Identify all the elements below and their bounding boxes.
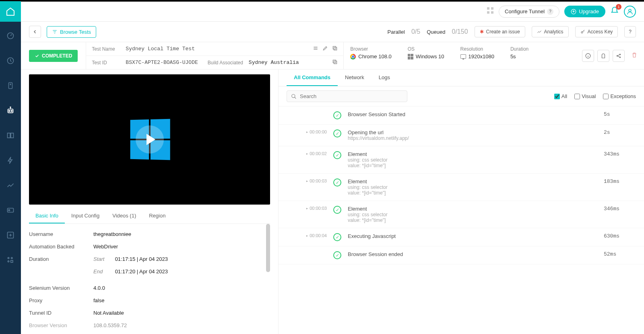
access-key-button[interactable]: Access Key <box>575 26 618 37</box>
svg-rect-8 <box>9 83 12 89</box>
command-body: Browser Session Started <box>348 111 597 117</box>
tab-all-commands[interactable]: All Commands <box>287 70 338 86</box>
svg-point-11 <box>11 111 12 112</box>
command-row[interactable]: ▸ 00:00:03 ✓ Elementusing: css selectorv… <box>279 174 644 201</box>
tab-basic-info[interactable]: Basic Info <box>29 209 65 223</box>
sidebar-item-integrations[interactable] <box>4 204 17 216</box>
test-name-label: Test Name <box>92 46 120 52</box>
toolbar: Browse Tests Parallel 0/5 Queued 0/150 ✱… <box>21 22 644 42</box>
search-input[interactable] <box>300 93 403 99</box>
user-avatar[interactable] <box>624 6 636 18</box>
brver-key: Browser Version <box>29 322 93 328</box>
clock-icon <box>6 57 14 65</box>
command-row[interactable]: ✓ Browser Session Started 5s <box>279 107 644 125</box>
analytics-button[interactable]: Analytics <box>532 26 569 37</box>
command-body: Elementusing: css selectorvalue: *[id="t… <box>348 151 597 168</box>
command-time: ▸ 00:00:00 <box>287 129 327 134</box>
edit-icon[interactable] <box>322 45 328 52</box>
end-val: 01:17:20 | Apr 04 2023 <box>115 268 168 275</box>
svg-point-28 <box>617 55 617 56</box>
command-body: Elementusing: css selectorvalue: *[id="t… <box>348 206 597 223</box>
command-duration: 52ms <box>604 251 636 257</box>
analytics-icon <box>537 29 542 34</box>
queued-value: 0/150 <box>452 28 468 35</box>
svg-point-31 <box>292 94 295 97</box>
duration-label: Duration <box>510 46 528 52</box>
scrollbar[interactable] <box>266 224 270 272</box>
command-duration: 2s <box>604 129 636 135</box>
analytics-label: Analytics <box>544 29 564 35</box>
start-val: 01:17:15 | Apr 04 2023 <box>115 256 168 262</box>
tab-input-config[interactable]: Input Config <box>65 209 106 223</box>
bookmark-button[interactable] <box>597 50 609 62</box>
logo-icon <box>6 7 15 16</box>
logo[interactable] <box>0 1 21 22</box>
copy-icon[interactable] <box>332 45 338 52</box>
sidebar-item-automation[interactable] <box>4 105 17 117</box>
filter-all[interactable]: All <box>554 93 567 99</box>
share-button[interactable] <box>613 50 625 62</box>
duration-key: Duration <box>29 256 93 262</box>
search-box[interactable] <box>287 90 407 102</box>
resolution-label: Resolution <box>460 46 494 52</box>
sidebar-item-lightning[interactable] <box>4 154 17 166</box>
success-icon: ✓ <box>333 151 341 159</box>
browse-tests-button[interactable]: Browse Tests <box>47 26 96 38</box>
filter-exceptions[interactable]: Exceptions <box>603 93 636 99</box>
sidebar-item-more[interactable] <box>4 254 17 266</box>
help-button[interactable]: ? <box>624 26 636 37</box>
chevron-left-icon <box>33 29 37 34</box>
command-time: ▸ 00:00:04 <box>287 233 327 238</box>
bolt-icon <box>6 156 14 164</box>
command-row[interactable]: ▸ 00:00:00 ✓ Opening the urlhttps://virt… <box>279 125 644 146</box>
tab-region[interactable]: Region <box>142 209 172 223</box>
sidebar-item-add[interactable] <box>4 229 17 241</box>
svg-rect-2 <box>487 11 489 14</box>
info-button[interactable] <box>582 50 594 62</box>
command-row[interactable]: ▸ 00:00:03 ✓ Elementusing: css selectorv… <box>279 201 644 228</box>
sidebar-item-compare[interactable] <box>4 129 17 141</box>
resolution-value: 1920x1080 <box>469 53 494 59</box>
upgrade-button[interactable]: Upgrade <box>564 6 605 17</box>
sidebar-item-analytics[interactable] <box>4 179 17 191</box>
sidebar-item-device[interactable] <box>4 80 17 92</box>
command-row[interactable]: ▸ 00:00:04 ✓ Executing Javascript 630ms <box>279 228 644 246</box>
tab-videos[interactable]: Videos (1) <box>106 209 142 223</box>
command-row[interactable]: ✓ Browser Session ended 52ms <box>279 246 644 264</box>
env-grid: Browser Chrome 108.0 OS Windows 10 Resol… <box>344 42 644 69</box>
command-time: ▸ 00:00:02 <box>287 151 327 156</box>
create-issue-button[interactable]: ✱ Create an issue <box>475 26 525 37</box>
video-player[interactable] <box>29 74 270 205</box>
status-badge: COMPLETED <box>29 50 78 62</box>
filter-visual[interactable]: Visual <box>574 93 596 99</box>
notifications-button[interactable]: 1 <box>610 6 619 17</box>
start-label: Start <box>93 256 114 262</box>
split-icon <box>6 131 14 139</box>
queued-label: Queued <box>427 29 445 35</box>
command-row[interactable]: ▸ 00:00:02 ✓ Elementusing: css selectorv… <box>279 146 644 174</box>
configure-tunnel-button[interactable]: Configure Tunnel ? <box>499 6 559 18</box>
copy-id-icon[interactable] <box>332 59 338 66</box>
subheader: COMPLETED Test Name Sydney Local Time Te… <box>21 42 644 70</box>
search-icon <box>291 94 297 99</box>
tunnel-key: Tunnel ID <box>29 310 93 316</box>
command-body: Opening the urlhttps://virtualdom.netlif… <box>348 129 597 141</box>
info-icon <box>585 53 591 59</box>
access-key-label: Access Key <box>588 29 613 35</box>
tab-network[interactable]: Network <box>338 70 372 86</box>
upgrade-icon <box>571 9 576 14</box>
success-icon: ✓ <box>333 129 341 137</box>
share-icon <box>616 53 621 59</box>
key-icon <box>580 29 585 34</box>
sidebar-item-dashboard[interactable] <box>4 30 17 42</box>
help-icon: ? <box>547 8 553 15</box>
sidebar-item-history[interactable] <box>4 55 17 67</box>
duration-value: 5s <box>510 53 528 59</box>
delete-button[interactable] <box>631 52 638 60</box>
tab-logs[interactable]: Logs <box>372 70 397 86</box>
apps-grid-icon[interactable] <box>487 7 494 16</box>
back-button[interactable] <box>29 26 41 38</box>
configure-icon[interactable] <box>313 45 318 52</box>
create-issue-label: Create an issue <box>486 29 520 35</box>
left-tabs: Basic Info Input Config Videos (1) Regio… <box>29 209 270 224</box>
